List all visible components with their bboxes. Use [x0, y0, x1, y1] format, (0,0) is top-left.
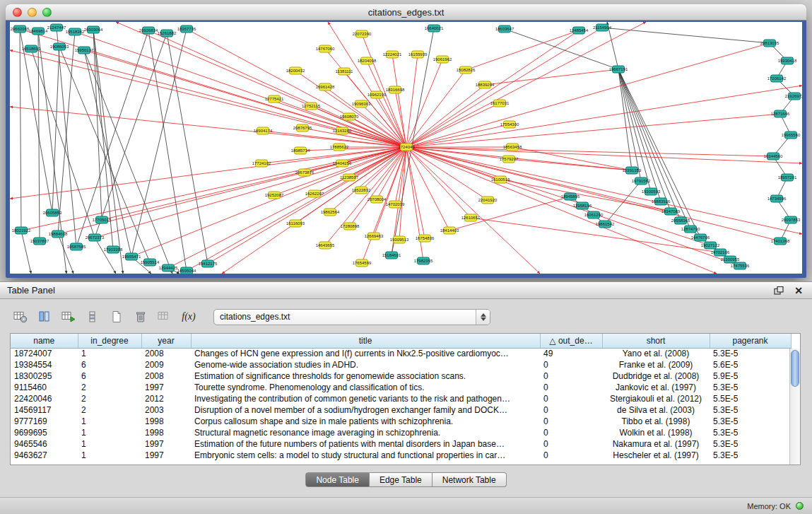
graph-node[interactable]: 19862564: [321, 209, 340, 216]
graph-node[interactable]: 21247447: [47, 24, 66, 31]
graph-node[interactable]: 19965560: [782, 132, 801, 139]
column-header-1[interactable]: in_degree: [78, 334, 141, 348]
graph-node[interactable]: 18200432: [286, 67, 305, 74]
graph-edge[interactable]: [168, 147, 406, 268]
graph-node[interactable]: 19061962: [433, 56, 452, 63]
graph-node[interactable]: 17724102: [252, 160, 271, 167]
graph-edge[interactable]: [295, 147, 406, 223]
graph-node[interactable]: 16640621: [425, 25, 444, 32]
graph-node[interactable]: 12610651: [461, 214, 481, 221]
graph-node[interactable]: 18957201: [778, 174, 797, 181]
graph-edge[interactable]: [618, 69, 681, 221]
graph-edge[interactable]: [367, 61, 406, 147]
graph-node[interactable]: 20303064: [84, 26, 103, 33]
graph-node[interactable]: 12871646: [771, 110, 790, 117]
graph-node[interactable]: 19412175: [199, 260, 218, 267]
graph-node[interactable]: 22072390: [353, 30, 372, 37]
graph-edge[interactable]: [406, 147, 425, 238]
graph-node[interactable]: 16961428: [316, 83, 335, 90]
close-window-button[interactable]: [13, 8, 22, 17]
graph-node[interactable]: 12391359: [623, 167, 642, 174]
zoom-window-button[interactable]: [42, 8, 52, 17]
graph-edge[interactable]: [361, 104, 406, 147]
graph-edge[interactable]: [449, 197, 570, 230]
graph-node[interactable]: 18367736: [177, 25, 196, 33]
table-scrollbar-thumb[interactable]: [791, 350, 799, 387]
graph-node[interactable]: 18839294: [476, 81, 495, 88]
graph-node[interactable]: 18021922: [12, 227, 31, 234]
graph-node[interactable]: 15082826: [457, 66, 476, 74]
graph-node[interactable]: 21926972: [785, 93, 802, 100]
table-scrollbar[interactable]: [789, 349, 800, 465]
table-row[interactable]: 2242004622012Investigating the contribut…: [11, 393, 791, 404]
graph-node[interactable]: 17654599: [353, 259, 372, 267]
graph-node[interactable]: 19309513: [390, 236, 409, 243]
graph-node[interactable]: 16522832: [352, 187, 371, 194]
graph-node[interactable]: 18945895: [561, 193, 580, 200]
table-selector-dropdown[interactable]: citations_edges.txt: [213, 309, 490, 325]
graph-node[interactable]: 20672373: [86, 234, 105, 241]
minimize-window-button[interactable]: [28, 8, 37, 17]
graph-node[interactable]: 19027122: [701, 242, 720, 249]
graph-node[interactable]: 1724049: [398, 144, 415, 151]
graph-node[interactable]: 16344560: [764, 153, 783, 160]
column-header-3[interactable]: title: [191, 334, 540, 348]
table-row[interactable]: 946554611997Estimation of the future num…: [11, 438, 791, 450]
graph-node[interactable]: 14702106: [711, 249, 730, 256]
graph-edge[interactable]: [485, 69, 618, 85]
graph-node[interactable]: 20097853: [782, 216, 801, 223]
table-row[interactable]: 946362711997Embryonic stem cells: a mode…: [11, 450, 791, 461]
graph-edge[interactable]: [602, 28, 770, 43]
graph-node[interactable]: 12752115: [302, 103, 321, 110]
graph-node[interactable]: 22041920: [478, 197, 498, 204]
graph-node[interactable]: 12224021: [383, 51, 402, 58]
column-header-0[interactable]: name: [11, 334, 78, 348]
graph-edge[interactable]: [618, 69, 641, 181]
graph-node[interactable]: 15950137: [75, 47, 94, 54]
graph-edge[interactable]: [20, 29, 21, 230]
close-panel-icon[interactable]: ✕: [792, 285, 805, 296]
graph-node[interactable]: 19667191: [609, 66, 628, 73]
graph-node[interactable]: 18204098: [358, 57, 377, 64]
graph-node[interactable]: 17475536: [731, 262, 750, 269]
graph-node[interactable]: 18414403: [440, 227, 459, 234]
tab-edge-table[interactable]: Edge Table: [370, 472, 433, 487]
graph-edge[interactable]: [21, 230, 31, 274]
graph-edge[interactable]: [466, 30, 579, 70]
graph-node[interactable]: 11238597: [340, 174, 359, 181]
column-header-4[interactable]: △ out_de…: [540, 334, 602, 348]
graph-node[interactable]: 16116093: [286, 220, 305, 227]
graph-node[interactable]: 10587585: [67, 243, 86, 250]
graph-node[interactable]: 14643655: [316, 242, 335, 249]
graph-node[interactable]: 16754836: [416, 235, 435, 242]
graph-node[interactable]: 15037807: [30, 238, 49, 245]
graph-node[interactable]: 15608070: [340, 113, 359, 120]
column-chooser-icon[interactable]: [34, 307, 55, 327]
graph-edge[interactable]: [406, 30, 579, 147]
new-document-icon[interactable]: [106, 307, 127, 327]
graph-edge[interactable]: [148, 30, 187, 271]
graph-node[interactable]: 19252087: [265, 192, 284, 199]
graph-edge[interactable]: [302, 128, 406, 147]
graph-node[interactable]: 12958196: [573, 202, 592, 209]
float-panel-icon[interactable]: [772, 285, 785, 296]
graph-node[interactable]: 14767060: [316, 45, 335, 52]
graph-edge[interactable]: [399, 147, 406, 240]
table-row[interactable]: 1938455462009Genome-wide association stu…: [11, 359, 791, 370]
window-titlebar[interactable]: citations_edges.txt: [6, 4, 806, 21]
graph-edge[interactable]: [59, 47, 150, 262]
function-builder-icon[interactable]: f(x): [178, 307, 199, 327]
graph-node[interactable]: 19861542: [596, 221, 615, 228]
graph-node[interactable]: 20673876: [295, 169, 314, 176]
graph-node[interactable]: 16155939: [408, 51, 428, 58]
graph-node[interactable]: 18469814: [29, 28, 48, 35]
table-row[interactable]: 1872400712008Changes of HCN gene express…: [11, 348, 791, 359]
delete-rows-icon[interactable]: [130, 307, 151, 327]
graph-node[interactable]: 19300503: [642, 188, 661, 195]
graph-edge[interactable]: [102, 147, 406, 220]
graph-edge[interactable]: [75, 32, 406, 147]
tab-network-table[interactable]: Network Table: [433, 472, 507, 487]
table-row[interactable]: 969969511998Structural magnetic resonanc…: [11, 427, 791, 438]
graph-edge[interactable]: [84, 50, 406, 147]
graph-node[interactable]: 17554300: [500, 121, 519, 128]
